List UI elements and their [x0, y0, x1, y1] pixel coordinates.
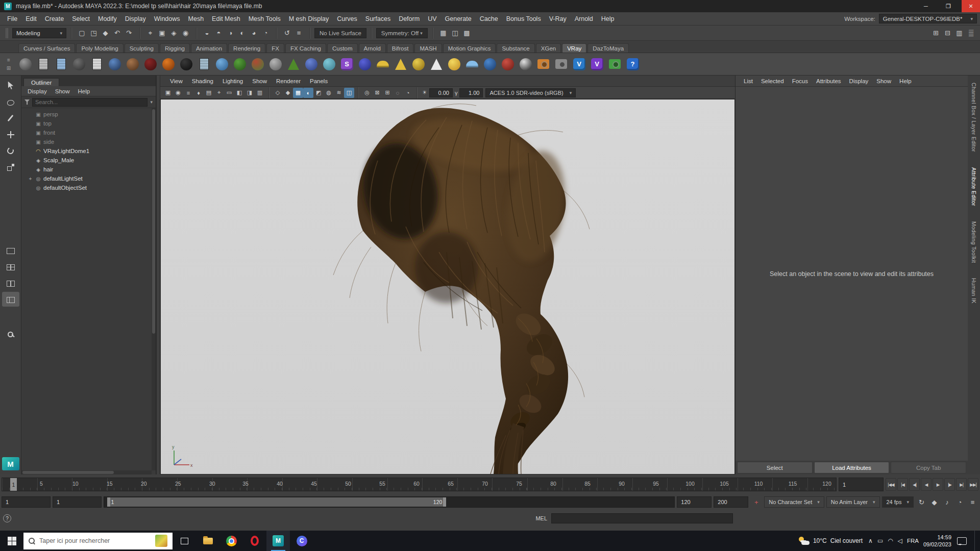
timeline-frame-85[interactable]: 85 [584, 481, 591, 487]
outliner-item-defaultlightset[interactable]: +defaultLightSet [21, 174, 156, 183]
vray-mtl-page-icon[interactable] [34, 54, 52, 74]
timeline-frame-100[interactable]: 100 [685, 481, 695, 487]
show-desktop-button[interactable] [974, 531, 977, 551]
vray-fur-grass-icon[interactable] [284, 54, 302, 74]
multisample-aa-icon[interactable]: ◫ [344, 88, 354, 98]
timeline-frame-5[interactable]: 5 [40, 481, 43, 487]
isolate-select-icon[interactable]: ◎ [362, 88, 372, 98]
vray-plaid-mtl-icon[interactable] [249, 54, 266, 74]
viewport-canvas[interactable]: y x [160, 99, 735, 474]
outliner-menu-display[interactable]: Display [23, 88, 51, 94]
vray-ipr-icon[interactable]: V [588, 54, 606, 74]
menu-edit[interactable]: Edit [21, 12, 41, 26]
menu-cache[interactable]: Cache [476, 12, 502, 26]
shelf-tab-fx-caching[interactable]: FX Caching [285, 43, 326, 53]
menu-uv[interactable]: UV [424, 12, 440, 26]
play-forwards-button[interactable]: ▶ [933, 478, 943, 491]
minimize-button[interactable]: ─ [917, 0, 935, 12]
vray-xray-page-icon[interactable] [195, 54, 213, 74]
texture-display-icon[interactable]: ▒ [965, 28, 977, 39]
cached-playback-icon[interactable]: ◔ [954, 496, 966, 508]
outliner-item-hair[interactable]: hair [21, 165, 156, 174]
undo-icon[interactable]: ↶ [111, 28, 123, 39]
command-line-input[interactable] [551, 513, 733, 523]
vray-subsurface-mtl-icon[interactable] [266, 54, 284, 74]
paint-select-tool[interactable] [2, 111, 19, 126]
animation-preferences-icon[interactable]: ≡ [967, 496, 978, 508]
timeline-frame-80[interactable]: 80 [550, 481, 556, 487]
outliner-item-vraylightdome1[interactable]: VRayLightDome1 [21, 146, 156, 156]
shelf-tab-curves-surfaces[interactable]: Curves / Surfaces [18, 43, 75, 53]
shelf-tab-mash[interactable]: MASH [414, 43, 442, 53]
vray-light-mesh-icon[interactable] [499, 54, 517, 74]
bookmark-icon[interactable]: ♦ [193, 88, 204, 98]
select-tool[interactable] [2, 78, 19, 93]
range-slider[interactable]: 1 120 [104, 496, 675, 508]
timeline-frame-10[interactable]: 10 [72, 481, 79, 487]
weather-widget[interactable]: 10°C Ciel couvert [798, 537, 863, 545]
outliner-vertical-scrollbar[interactable] [152, 108, 156, 470]
render-settings-icon[interactable]: ▩ [461, 28, 473, 39]
vray-material-icon[interactable] [16, 54, 34, 74]
grid-toggle-icon[interactable]: ⊞ [382, 88, 393, 98]
image-plane-icon[interactable]: ▤ [204, 88, 214, 98]
go-to-end-button[interactable]: ▶▶| [968, 478, 978, 491]
menu-m-esh-display[interactable]: M esh Display [285, 12, 333, 26]
vray-stochastic-icon[interactable]: S [338, 54, 356, 74]
timeline-frame-15[interactable]: 15 [107, 481, 113, 487]
scale-tool[interactable] [2, 160, 19, 174]
attribute-editor-menu-focus[interactable]: Focus [788, 78, 812, 84]
vray-physical-camera-icon[interactable] [534, 54, 552, 74]
timeline-playhead[interactable]: 1 [10, 478, 17, 491]
animation-end-field[interactable]: 200 [714, 496, 748, 508]
menu-bonus-tools[interactable]: Bonus Tools [502, 12, 545, 26]
timeline-frame-60[interactable]: 60 [413, 481, 420, 487]
zoom-tool[interactable] [2, 327, 19, 342]
menu-select[interactable]: Select [68, 12, 94, 26]
menu-display[interactable]: Display [121, 12, 150, 26]
timeline-frame-55[interactable]: 55 [379, 481, 385, 487]
shelf-tab-fx[interactable]: FX [266, 43, 284, 53]
render-current-frame-icon[interactable]: ▦ [437, 28, 449, 39]
shelf-tab-poly-modeling[interactable]: Poly Modeling [76, 43, 123, 53]
layout-four[interactable] [2, 259, 19, 274]
shelf-tab-rendering[interactable]: Rendering [228, 43, 265, 53]
move-tool[interactable] [2, 127, 19, 142]
vray-checker-icon[interactable] [517, 54, 534, 74]
attribute-editor-menu-selected[interactable]: Selected [757, 78, 788, 84]
snap-to-curves-icon[interactable]: ◓ [213, 28, 225, 39]
menu-set-select[interactable]: Modeling ▾ [12, 28, 66, 38]
language-indicator[interactable]: FRA [907, 538, 919, 544]
menu-file[interactable]: File [3, 12, 21, 26]
viewport-menu-panels[interactable]: Panels [305, 78, 332, 84]
menu-create[interactable]: Create [41, 12, 68, 26]
pan-zoom-icon[interactable]: ⌖ [214, 88, 224, 98]
current-time-field[interactable]: 1 [839, 478, 884, 491]
vray-dome-light-icon[interactable] [374, 54, 391, 74]
outliner-item-front[interactable]: front [21, 128, 156, 137]
timeline-frame-110[interactable]: 110 [754, 481, 763, 487]
new-scene-icon[interactable]: ▢ [76, 28, 88, 39]
wireframe-icon[interactable]: ◇ [273, 88, 283, 98]
vray-skin-mtl-icon[interactable] [124, 54, 141, 74]
outliner-item-persp[interactable]: persp [21, 110, 156, 119]
taskbar-search[interactable] [23, 533, 173, 549]
time-slider[interactable]: 5101520253035404550556065707580859095100… [2, 478, 837, 491]
attribute-editor-menu-list[interactable]: List [740, 78, 757, 84]
timeline-frame-50[interactable]: 50 [345, 481, 351, 487]
timeline-frame-95[interactable]: 95 [653, 481, 659, 487]
vray-notes-icon[interactable] [88, 54, 106, 74]
viewport-menu-show[interactable]: Show [248, 78, 272, 84]
grid-display-icon[interactable]: ⊞ [930, 28, 942, 39]
anim-layer-select[interactable]: No Anim Layer ▾ [826, 496, 880, 508]
shelf-tab-sculpting[interactable]: Sculpting [125, 43, 159, 53]
motion-blur-icon[interactable]: ≋ [334, 88, 344, 98]
chevron-down-icon[interactable]: ▾ [150, 99, 153, 105]
layout-single[interactable] [2, 243, 19, 258]
step-back-key-button[interactable]: ◀| [909, 478, 920, 491]
menu-windows[interactable]: Windows [150, 12, 184, 26]
vray-camera-icon[interactable] [552, 54, 570, 74]
timeline-frame-120[interactable]: 120 [822, 481, 831, 487]
shelf-tab-substance[interactable]: Substance [497, 43, 534, 53]
playback-speed-icon[interactable]: ↻ [916, 496, 927, 508]
